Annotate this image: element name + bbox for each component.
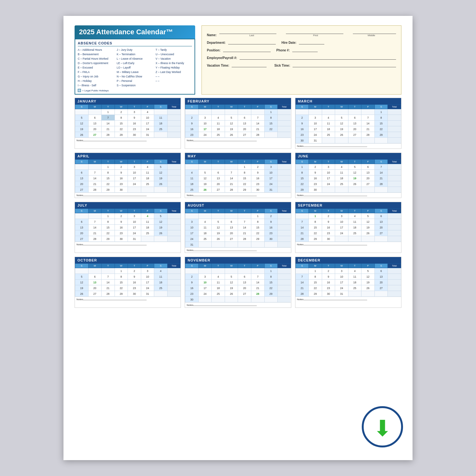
- notes-line: Notes: [295, 193, 401, 198]
- day-cell: [361, 291, 375, 297]
- day-cell: 31: [141, 291, 154, 297]
- day-cell: [198, 297, 212, 302]
- day-cell: [251, 109, 264, 115]
- emp-row: Employee/Payroll #:: [207, 55, 396, 60]
- day-cell: 16: [264, 225, 278, 230]
- day-header-t: T: [348, 160, 361, 164]
- day-cell: 4: [348, 268, 361, 274]
- day-cell: [154, 187, 168, 193]
- day-cell: 3: [141, 268, 154, 274]
- page-title: 2025 Attendance Calendar™: [75, 25, 195, 39]
- day-cell: 1: [251, 213, 264, 219]
- total-cell: [278, 230, 291, 236]
- day-cell: 16: [115, 225, 128, 230]
- day-cell: 23: [115, 230, 128, 236]
- day-cell: 7: [295, 274, 309, 280]
- day-cell: [141, 187, 154, 193]
- day-cell: 7: [295, 219, 309, 225]
- calendar-october: OCTOBERSMTWTFSTotal123456789101112131415…: [75, 257, 181, 308]
- day-cell: 2: [185, 274, 199, 280]
- day-cell: 4: [322, 115, 335, 121]
- day-cell: 29: [102, 236, 115, 242]
- day-cell: 27: [88, 132, 102, 138]
- day-cell: 14: [238, 225, 251, 230]
- day-cell: [212, 213, 225, 219]
- day-cell: [335, 236, 348, 242]
- day-header-s: S: [295, 264, 309, 268]
- day-cell: 17: [335, 225, 348, 230]
- day-cell: 15: [309, 280, 322, 285]
- day-cell: 22: [264, 126, 278, 132]
- day-cell: 29: [238, 187, 251, 193]
- day-cell: [75, 213, 89, 219]
- day-header-t: T: [348, 105, 361, 109]
- day-header-f: F: [361, 209, 375, 213]
- day-header-s: S: [154, 160, 168, 164]
- month-header: APRIL: [75, 153, 181, 159]
- day-cell: 20: [225, 230, 238, 236]
- total-cell: [388, 121, 401, 126]
- day-cell: 18: [212, 285, 225, 291]
- last-label: Last: [220, 34, 284, 37]
- day-cell: 31: [128, 236, 141, 242]
- day-cell: 1: [309, 268, 322, 274]
- calendar-september: SEPTEMBERSMTWTFSTotal1234567891011121314…: [295, 202, 401, 253]
- day-cell: 8: [309, 274, 322, 280]
- day-cell: 22: [102, 181, 115, 187]
- day-cell: 19: [225, 126, 238, 132]
- day-cell: 31: [335, 291, 348, 297]
- day-cell: [185, 213, 199, 219]
- day-cell: 24: [335, 230, 348, 236]
- day-header-m: M: [309, 264, 322, 268]
- month-header: AUGUST: [185, 202, 291, 208]
- total-cell: [388, 268, 401, 274]
- day-cell: [141, 236, 154, 242]
- day-cell: 24: [198, 132, 212, 138]
- day-cell: 21: [238, 230, 251, 236]
- legend-box-icon: [78, 89, 81, 92]
- absence-codes-box: ABSENCE CODES A – Additional HoursB – Be…: [75, 39, 195, 95]
- month-header: JANUARY: [75, 98, 181, 104]
- download-overlay[interactable]: ⬇: [362, 406, 403, 447]
- day-cell: 15: [374, 121, 388, 126]
- day-cell: 23: [115, 181, 128, 187]
- day-cell: 22: [264, 285, 278, 291]
- day-cell: 28: [295, 236, 309, 242]
- day-cell: 30: [115, 236, 128, 242]
- day-cell: [225, 297, 238, 302]
- day-cell: 4: [348, 213, 361, 219]
- day-cell: 21: [251, 126, 264, 132]
- day-cell: 29: [115, 132, 128, 138]
- day-header-s: S: [374, 209, 388, 213]
- notes-line: Notes: [75, 297, 181, 302]
- day-cell: 3: [198, 274, 212, 280]
- day-cell: 5: [225, 115, 238, 121]
- day-cell: 31: [185, 242, 199, 248]
- day-cell: 14: [88, 175, 102, 181]
- day-cell: 11: [348, 219, 361, 225]
- day-header-s: S: [374, 160, 388, 164]
- day-cell: 26: [335, 132, 348, 138]
- day-cell: 29: [309, 236, 322, 242]
- day-header-t: T: [102, 264, 115, 268]
- day-cell: [198, 164, 212, 170]
- day-header-t: T: [212, 209, 225, 213]
- day-cell: 17: [309, 126, 322, 132]
- attendance-calendar-page: 2025 Attendance Calendar™ ABSENCE CODES …: [63, 16, 413, 460]
- total-cell: [388, 291, 401, 297]
- total-cell: [278, 187, 291, 193]
- day-cell: [88, 164, 102, 170]
- day-cell: [225, 164, 238, 170]
- day-cell: 12: [361, 219, 375, 225]
- day-cell: 27: [75, 187, 89, 193]
- total-cell: [278, 115, 291, 121]
- day-cell: 30: [128, 291, 141, 297]
- month-header: FEBRUARY: [185, 98, 291, 104]
- day-cell: [225, 213, 238, 219]
- total-cell: [167, 187, 181, 193]
- day-cell: 25: [348, 285, 361, 291]
- day-header-w: W: [335, 105, 348, 109]
- day-cell: 7: [374, 164, 388, 170]
- day-cell: [154, 291, 168, 297]
- day-cell: 27: [348, 132, 361, 138]
